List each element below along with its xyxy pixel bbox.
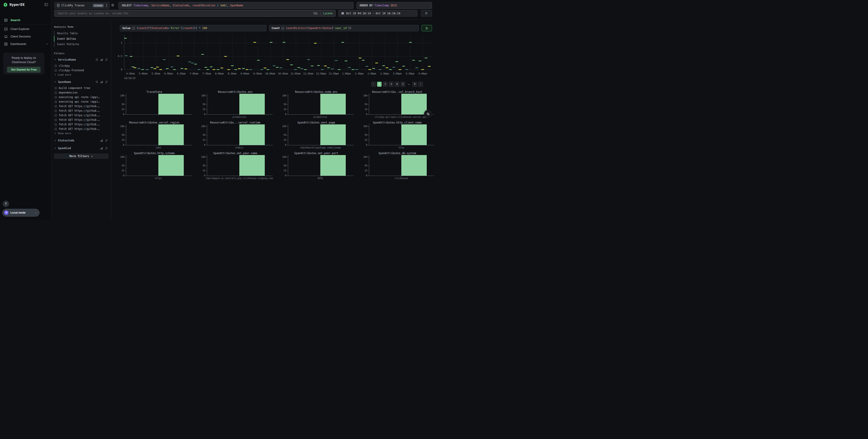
checkbox[interactable] — [55, 119, 57, 121]
attribute-chart[interactable]: ResourceAttribu..cel.branch_host02550100… — [356, 90, 434, 120]
attribute-chart[interactable]: SpanAttributes.net.peer.name02550100z5pr… — [194, 151, 275, 181]
sql-mode-option[interactable]: SQL — [313, 12, 318, 15]
page-button-9[interactable]: 9 — [412, 82, 417, 87]
event-deltas-chart[interactable] — [124, 34, 431, 70]
sidebar-item-dashboards[interactable]: Dashboards — [0, 41, 51, 47]
attribute-chart[interactable]: ResourceAttributes.node.env02550100produ… — [275, 90, 356, 120]
pin-icon[interactable] — [105, 139, 108, 142]
filter-option[interactable]: fetch GET https://github.… — [54, 127, 109, 131]
order-by-editor[interactable]: ORDER BY Timestamp DESC — [356, 2, 432, 9]
page-button-5[interactable]: 5 — [401, 82, 405, 87]
sql-select-editor[interactable]: SELECT Timestamp, ServiceName, StatusCod… — [118, 2, 353, 9]
search-icon[interactable] — [95, 81, 98, 83]
y-axis-tick-label: 0 — [196, 113, 205, 116]
page-button-3[interactable]: 3 — [389, 82, 393, 87]
filter-group-header-spanname[interactable]: SpanName — [54, 80, 109, 84]
y-axis-tick-label: 100 — [115, 94, 124, 97]
attribute-chart[interactable]: TraceState02550100 — [114, 90, 194, 120]
source-select[interactable]: ClickPy Traces Schema — [55, 2, 110, 9]
filter-option[interactable]: clickpy — [54, 64, 109, 68]
filter-option[interactable]: fetch GET https://github.… — [54, 118, 109, 122]
bar-chart-icon[interactable] — [100, 139, 103, 142]
filter-option[interactable]: fetch GET https://github.… — [54, 104, 109, 109]
attribute-chart[interactable]: ResourceAttributes.vercel.region02550100… — [114, 121, 194, 151]
x-axis-line — [207, 176, 273, 176]
page-button-2[interactable]: 2 — [383, 82, 388, 87]
checkbox[interactable] — [55, 69, 57, 72]
prev-page-button[interactable]: ‹ — [371, 82, 376, 87]
attribute-chart[interactable]: ResourceAttributes.env02550100production — [194, 90, 275, 120]
next-page-button[interactable]: › — [418, 82, 423, 87]
gear-icon[interactable]: ⚙ — [111, 3, 114, 7]
filter-option[interactable]: executing api route (app)… — [54, 99, 109, 104]
bar-chart-icon[interactable] — [100, 58, 103, 61]
checkbox[interactable] — [55, 96, 57, 98]
gridline — [296, 34, 296, 70]
attribute-chart[interactable]: SpanAttributes.net.peer.port025501008443 — [275, 151, 356, 181]
pin-icon[interactable] — [105, 58, 108, 61]
attribute-chart[interactable]: SpanAttributes.http.client.name02550100h… — [356, 121, 434, 151]
show-more[interactable]: Show more — [54, 131, 109, 135]
pin-icon[interactable] — [105, 147, 108, 150]
page-button-4[interactable]: 4 — [395, 82, 399, 87]
y-axis-tick — [125, 157, 126, 157]
code-token: , — [189, 4, 192, 7]
checkbox[interactable] — [55, 91, 57, 94]
checkbox[interactable] — [55, 105, 57, 108]
checkbox[interactable] — [55, 110, 57, 112]
attribute-chart[interactable]: SpanAttributes.http.scheme02550100https — [114, 151, 194, 181]
search-input[interactable] — [57, 11, 313, 15]
checkbox[interactable] — [55, 65, 57, 67]
checkbox[interactable] — [55, 114, 57, 117]
filter-option[interactable]: clickpy-frontend — [54, 68, 109, 72]
bar-chart-icon[interactable] — [100, 147, 103, 150]
live-tail-button[interactable] — [421, 10, 432, 17]
y-axis-tick-label: 0 — [196, 144, 205, 146]
chevron-down-icon — [46, 43, 48, 45]
filter-option[interactable]: build component tree — [54, 86, 109, 90]
get-started-button[interactable]: Get Started for Free — [7, 67, 41, 72]
filter-group-header-servicename[interactable]: ServiceName — [54, 57, 109, 62]
bar-chart-icon[interactable] — [100, 81, 103, 83]
sidebar-item-chart-explorer[interactable]: Chart Explorer — [0, 26, 51, 32]
y-axis-tick-label: 0 — [277, 174, 286, 177]
analysis-mode-event-deltas[interactable]: Event Deltas — [54, 36, 109, 41]
sidebar-collapse-icon[interactable] — [44, 3, 48, 7]
pin-icon[interactable] — [105, 81, 108, 83]
attribute-chart[interactable]: SpanAttributes.next.page02550100/dashboa… — [275, 121, 356, 151]
code-token: , — [148, 4, 151, 7]
sidebar-item-client-sessions[interactable]: Client Sessions — [0, 33, 51, 40]
attribute-chart[interactable]: ResourceAttribu...vercel.runtime02550100… — [194, 121, 275, 151]
value-expression-input[interactable]: Value (countIf(StatusCode='Error')/count… — [120, 25, 266, 31]
language-toggle[interactable]: SQL | Lucene — [313, 12, 333, 15]
page-button-1[interactable]: 1 — [377, 82, 381, 87]
filter-option[interactable]: fetch GET https://github.… — [54, 113, 109, 118]
filter-option[interactable]: fetch GET https://github.… — [54, 122, 109, 127]
filter-group-header-statuscode[interactable]: StatusCode — [54, 138, 109, 143]
analysis-mode-event-patterns[interactable]: Event Patterns — [54, 41, 109, 47]
count-expression-input[interactable]: Count countDistinct(SpanAttributes['user… — [269, 25, 419, 31]
floating-settings-button[interactable] — [424, 110, 432, 118]
y-axis-tick-label: 50 — [277, 103, 286, 106]
local-mode-menu[interactable]: U Local mode › — [2, 209, 39, 216]
analysis-mode-results-table[interactable]: Results Table — [54, 31, 109, 36]
filter-option[interactable]: dependencies — [54, 90, 109, 95]
filter-group-header-spankind[interactable]: SpanKind — [54, 146, 109, 151]
search-icon[interactable] — [95, 58, 98, 61]
filter-option[interactable]: fetch GET https://github.… — [54, 109, 109, 113]
checkbox[interactable] — [55, 87, 57, 89]
data-point — [270, 42, 273, 43]
run-query-button[interactable] — [422, 25, 432, 31]
load-more[interactable]: Load more — [54, 72, 109, 77]
clickhouse-cloud-promo: Ready to deploy on ClickHouse Cloud? Get… — [3, 53, 44, 75]
help-button[interactable]: ? — [3, 201, 9, 207]
lucene-mode-option[interactable]: Lucene — [323, 12, 333, 15]
more-filters-button[interactable]: More filters — [54, 153, 109, 159]
checkbox[interactable] — [55, 123, 57, 126]
sidebar-item-search[interactable]: Search — [0, 17, 51, 23]
filter-option[interactable]: executing api route (app)… — [54, 95, 109, 99]
attribute-chart[interactable]: SpanAttributes.db.system02550100clickhou… — [356, 151, 434, 181]
checkbox[interactable] — [55, 128, 57, 130]
checkbox[interactable] — [55, 100, 57, 103]
date-range-picker[interactable]: Oct 10 04:16:14 - Oct 10 16:16:14 — [338, 10, 417, 17]
